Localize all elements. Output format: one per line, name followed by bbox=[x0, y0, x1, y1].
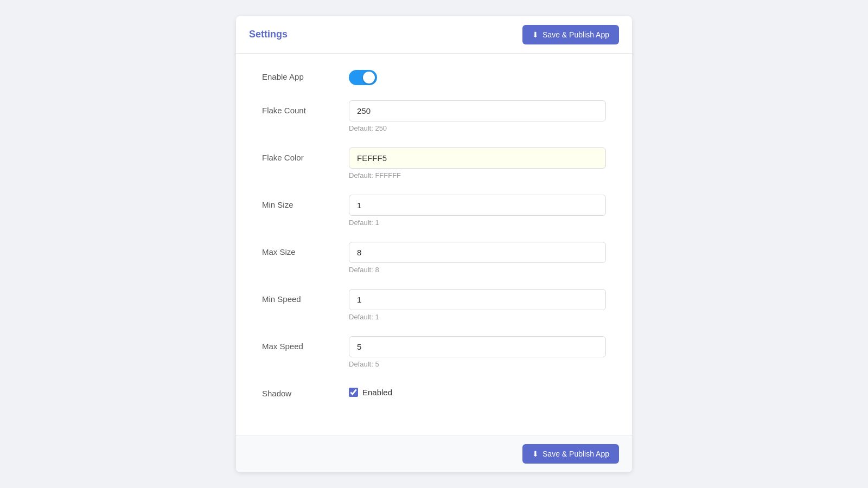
min-size-row: Min Size Default: 1 bbox=[262, 195, 606, 227]
min-speed-label: Min Speed bbox=[262, 289, 349, 304]
toggle-wrapper bbox=[349, 67, 606, 85]
max-size-hint: Default: 8 bbox=[349, 266, 606, 274]
flake-color-row: Flake Color Default: FFFFFF bbox=[262, 147, 606, 179]
min-speed-control: Default: 1 bbox=[349, 289, 606, 321]
max-size-input[interactable] bbox=[349, 242, 606, 263]
enable-app-label: Enable App bbox=[262, 67, 349, 81]
min-size-control: Default: 1 bbox=[349, 195, 606, 227]
enable-app-toggle[interactable] bbox=[349, 70, 377, 85]
flake-count-row: Flake Count Default: 250 bbox=[262, 100, 606, 132]
flake-color-label: Flake Color bbox=[262, 147, 349, 162]
max-speed-control: Default: 5 bbox=[349, 336, 606, 368]
shadow-checkbox-wrapper[interactable]: Enabled bbox=[349, 383, 606, 397]
min-size-hint: Default: 1 bbox=[349, 219, 606, 227]
shadow-row: Shadow Enabled bbox=[262, 383, 606, 398]
flake-color-control: Default: FFFFFF bbox=[349, 147, 606, 179]
max-size-label: Max Size bbox=[262, 242, 349, 256]
max-speed-label: Max Speed bbox=[262, 336, 349, 351]
flake-color-hint: Default: FFFFFF bbox=[349, 171, 606, 179]
flake-count-input[interactable] bbox=[349, 100, 606, 121]
flake-color-input[interactable] bbox=[349, 147, 606, 169]
download-icon: ⬇ bbox=[532, 30, 539, 39]
page-title: Settings bbox=[249, 29, 288, 40]
shadow-label: Shadow bbox=[262, 383, 349, 398]
flake-count-control: Default: 250 bbox=[349, 100, 606, 132]
max-size-row: Max Size Default: 8 bbox=[262, 242, 606, 274]
min-size-input[interactable] bbox=[349, 195, 606, 216]
max-size-control: Default: 8 bbox=[349, 242, 606, 274]
shadow-control: Enabled bbox=[349, 383, 606, 397]
enable-app-control bbox=[349, 67, 606, 85]
max-speed-row: Max Speed Default: 5 bbox=[262, 336, 606, 368]
shadow-checkbox[interactable] bbox=[349, 388, 358, 397]
save-publish-button-top[interactable]: ⬇ Save & Publish App bbox=[522, 25, 619, 44]
flake-count-label: Flake Count bbox=[262, 100, 349, 115]
min-size-label: Min Size bbox=[262, 195, 349, 209]
min-speed-hint: Default: 1 bbox=[349, 313, 606, 321]
save-publish-button-bottom[interactable]: ⬇ Save & Publish App bbox=[522, 444, 619, 464]
settings-footer: ⬇ Save & Publish App bbox=[236, 435, 632, 472]
settings-panel: Settings ⬇ Save & Publish App Enable App… bbox=[236, 16, 632, 472]
download-icon-bottom: ⬇ bbox=[532, 450, 539, 458]
toggle-slider bbox=[349, 70, 377, 85]
min-speed-input[interactable] bbox=[349, 289, 606, 310]
settings-header: Settings ⬇ Save & Publish App bbox=[236, 16, 632, 54]
flake-count-hint: Default: 250 bbox=[349, 124, 606, 132]
max-speed-input[interactable] bbox=[349, 336, 606, 357]
max-speed-hint: Default: 5 bbox=[349, 360, 606, 368]
enable-app-row: Enable App bbox=[262, 67, 606, 85]
min-speed-row: Min Speed Default: 1 bbox=[262, 289, 606, 321]
shadow-checkbox-label: Enabled bbox=[362, 388, 392, 397]
settings-content: Enable App Flake Count Default: 250 Flak… bbox=[236, 54, 632, 435]
